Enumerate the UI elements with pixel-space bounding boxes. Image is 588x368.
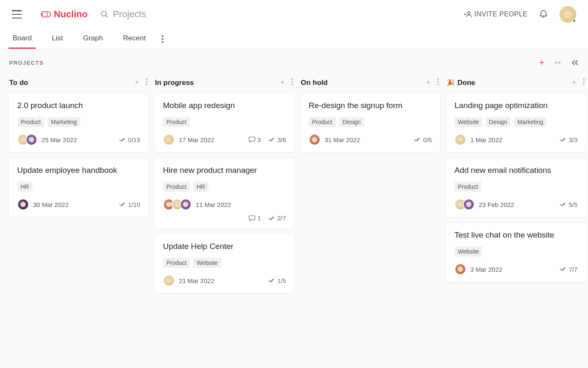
assignee-avatar [309,134,320,146]
column-title: On hold [301,79,328,87]
add-column-icon[interactable]: + [539,57,544,68]
user-avatar[interactable] [559,6,576,23]
svg-point-6 [146,78,147,80]
assignees [454,199,475,210]
kanban-board: To do+2.0 product launchProductMarketing… [0,72,588,299]
comments-count: 1 [249,214,261,222]
invite-people-button[interactable]: INVITE PEOPLE [464,11,528,18]
card[interactable]: Landing page optimizationWebsiteDesignMa… [446,93,586,153]
column-title: In progress [155,79,194,87]
card[interactable]: Re-design the signup formProductDesign31… [300,93,441,153]
card[interactable]: Update employee handbookHR30 Mar 20221/1… [8,158,149,217]
card[interactable]: 2.0 product launchProductMarketing25 Mar… [8,93,149,153]
board-title: PROJECTS [9,60,44,66]
card-tags: Website [454,246,578,257]
svg-point-5 [162,41,163,43]
brand-name: Nuclino [54,9,88,20]
column-more-icon[interactable] [583,78,585,87]
invite-label: INVITE PEOPLE [474,11,528,18]
search-box[interactable]: Projects [100,9,146,20]
tasks-count: 2/7 [268,214,286,222]
assignees [17,199,29,210]
card-title: Test live chat on the website [454,230,578,240]
notifications-icon[interactable] [539,10,548,19]
svg-point-16 [437,83,439,85]
tag: Website [454,117,482,127]
invite-icon [464,11,472,18]
card-title: Update Help Center [163,242,286,251]
card-title: Hire new product manager [163,166,286,175]
card-date: 11 Mar 2022 [196,201,231,208]
tag: Website [193,258,221,268]
column-title: 🎉Done [446,79,475,87]
assignees [454,263,466,275]
tag: HR [193,182,208,192]
card[interactable]: Test live chat on the websiteWebsite3 Ma… [446,222,586,282]
column-title: To do [9,79,28,87]
collapse-icon[interactable] [554,59,561,66]
tab-list[interactable]: List [47,29,67,49]
tab-recent[interactable]: Recent [119,29,150,49]
add-card-icon[interactable]: + [280,78,285,87]
column-more-icon[interactable] [437,78,439,87]
brain-icon [39,9,51,19]
card[interactable]: Add new email notificationsProduct23 Feb… [446,158,586,217]
svg-point-4 [162,38,163,40]
assignee-avatar [454,134,466,146]
add-card-icon[interactable]: + [426,78,430,87]
svg-point-18 [583,81,585,82]
column-more-icon[interactable] [146,78,147,87]
svg-point-8 [146,83,147,85]
tag: Marketing [47,117,80,127]
card-tags: ProductWebsite [163,258,286,268]
column-emoji: 🎉 [446,79,455,87]
card-title: Add new email notifications [454,166,578,175]
tag: Website [454,246,482,257]
add-card-icon[interactable]: + [134,78,139,87]
tag: Product [163,117,190,127]
tag: Product [163,258,190,268]
svg-point-15 [437,81,439,82]
card-date: 3 Mar 2022 [470,266,502,273]
assignees [17,134,37,146]
hide-sidebar-icon[interactable] [571,60,579,66]
column-more-icon[interactable] [291,78,293,87]
card-date: 1 Mar 2022 [470,136,502,143]
tag: Product [17,117,44,127]
tab-graph[interactable]: Graph [79,29,107,49]
assignee-avatar [180,199,192,210]
tasks-count: 0/6 [414,136,432,143]
card-tags: ProductHR [163,182,286,192]
column-to-do: To do+2.0 product launchProductMarketing… [8,76,149,299]
brand-logo[interactable]: Nuclino [39,9,88,20]
card-title: Landing page optimization [454,101,578,110]
menu-icon[interactable] [12,10,22,19]
assignees [163,199,192,210]
card-date: 30 Mar 2022 [33,201,68,208]
card-tags: Product [454,182,578,192]
app-header: Nuclino Projects INVITE PEOPLE [0,0,588,29]
tab-board[interactable]: Board [8,29,36,49]
add-card-icon[interactable]: + [572,78,576,87]
card-date: 31 Mar 2022 [325,136,360,143]
card-date: 17 Mar 2022 [179,136,214,143]
svg-point-10 [291,81,293,82]
card[interactable]: Update Help CenterProductWebsite21 Mar 2… [154,234,295,294]
assignee-avatar [163,275,175,286]
card-date: 25 Mar 2022 [42,136,77,143]
tag: Marketing [514,117,546,127]
svg-rect-13 [249,215,255,220]
card[interactable]: Mobile app redesignProduct17 Mar 202233/… [154,93,295,153]
card[interactable]: Hire new product managerProductHR11 Mar … [154,158,295,229]
card-tags: WebsiteDesignMarketing [454,117,578,127]
card-title: Re-design the signup form [309,101,432,110]
more-icon[interactable] [162,35,163,43]
card-tags: ProductMarketing [17,117,140,127]
assignees [163,275,175,286]
tasks-count: 7/7 [560,266,578,273]
assignees [309,134,320,146]
search-placeholder: Projects [113,9,146,20]
card-date: 23 Feb 2022 [479,201,514,208]
tasks-count: 5/5 [560,201,578,208]
card-title: 2.0 product launch [17,101,140,110]
